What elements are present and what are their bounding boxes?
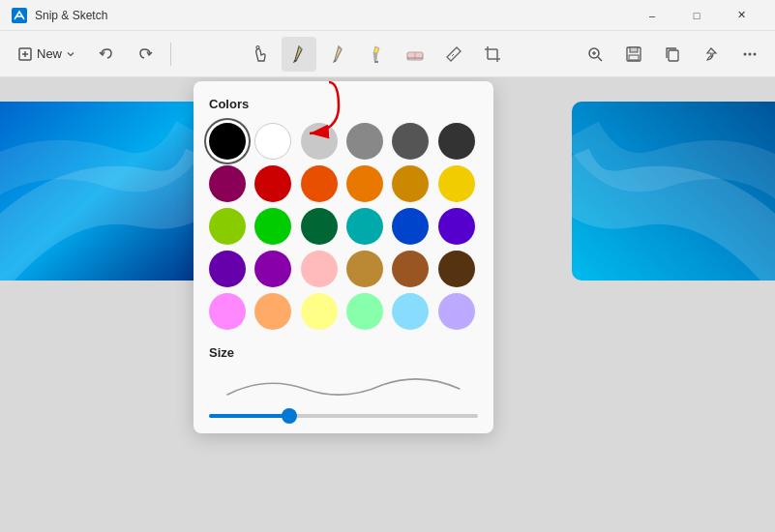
colors-title: Colors	[209, 97, 478, 111]
app-icon	[12, 8, 27, 23]
close-button[interactable]: ✕	[719, 0, 763, 31]
title-bar: Snip & Sketch – □ ✕	[0, 0, 775, 31]
new-button[interactable]: New	[8, 41, 85, 68]
toolbar-center-tools	[179, 37, 574, 72]
color-swatch-dark-yellow[interactable]	[392, 165, 429, 202]
wallpaper-right	[572, 102, 775, 281]
size-title: Size	[209, 345, 478, 360]
new-label: New	[37, 46, 62, 61]
redo-icon	[136, 45, 154, 63]
save-button[interactable]	[616, 37, 651, 72]
color-swatch-brown[interactable]	[346, 251, 383, 287]
ballpoint-pen-button[interactable]	[282, 37, 316, 72]
more-icon	[741, 45, 759, 63]
eraser-icon	[404, 44, 426, 65]
color-swatch-teal[interactable]	[346, 208, 383, 245]
color-swatch-yellow[interactable]	[438, 165, 475, 202]
color-swatch-yellow-green[interactable]	[209, 208, 246, 245]
svg-line-11	[452, 54, 454, 56]
crop-icon	[482, 44, 503, 65]
color-swatch-blue[interactable]	[392, 208, 429, 245]
color-swatch-light-pink[interactable]	[301, 251, 338, 287]
color-swatch-green[interactable]	[254, 208, 291, 245]
color-swatch-light-blue[interactable]	[392, 293, 429, 330]
new-icon	[17, 46, 33, 62]
share-button[interactable]	[694, 37, 729, 72]
color-swatch-dark-brown[interactable]	[392, 251, 429, 287]
new-chevron-icon	[66, 49, 75, 59]
crop-button[interactable]	[475, 37, 510, 72]
color-grid	[209, 123, 478, 330]
svg-rect-25	[669, 50, 678, 61]
wallpaper-left	[0, 102, 203, 281]
color-swatch-dark-green[interactable]	[301, 208, 338, 245]
app-title: Snip & Sketch	[35, 9, 107, 22]
slider-container	[209, 414, 478, 418]
color-swatch-red[interactable]	[254, 165, 291, 202]
color-swatch-pink[interactable]	[209, 293, 246, 330]
save-icon	[625, 45, 642, 63]
undo-icon	[98, 45, 115, 63]
ballpoint-pen-icon	[288, 44, 310, 65]
touch-icon	[250, 44, 271, 65]
copy-icon	[664, 45, 681, 63]
minimize-button[interactable]: –	[630, 0, 674, 31]
color-picker-popup: Colors Size	[194, 81, 493, 433]
canvas-area: Colors Size	[0, 77, 775, 532]
color-swatch-gray[interactable]	[346, 123, 383, 160]
color-swatch-light-yellow[interactable]	[301, 293, 338, 330]
color-swatch-dark-purple[interactable]	[209, 251, 246, 287]
highlighter-icon	[366, 44, 387, 65]
svg-point-4	[256, 45, 259, 48]
svg-point-28	[754, 52, 757, 55]
color-swatch-light-orange[interactable]	[254, 293, 291, 330]
undo-button[interactable]	[89, 37, 124, 72]
size-slider-thumb[interactable]	[282, 408, 297, 424]
svg-line-13	[454, 56, 456, 58]
eraser-button[interactable]	[398, 37, 432, 72]
color-swatch-violet[interactable]	[254, 251, 291, 287]
title-bar-left: Snip & Sketch	[12, 8, 107, 23]
svg-rect-24	[629, 55, 639, 60]
zoom-in-icon	[586, 45, 604, 63]
color-swatch-light-gray[interactable]	[301, 123, 338, 160]
svg-rect-23	[630, 47, 638, 52]
color-swatch-black[interactable]	[209, 123, 246, 160]
more-button[interactable]	[732, 37, 767, 72]
color-swatch-darkest-brown[interactable]	[438, 251, 475, 287]
color-swatch-lavender[interactable]	[438, 293, 475, 330]
svg-point-26	[744, 52, 747, 55]
svg-line-12	[450, 52, 452, 54]
svg-rect-0	[12, 8, 27, 23]
size-slider-fill	[209, 414, 289, 418]
svg-line-19	[598, 57, 602, 61]
size-slider-track[interactable]	[209, 414, 478, 418]
title-bar-controls: – □ ✕	[630, 0, 763, 31]
color-swatch-dark-magenta[interactable]	[209, 165, 246, 202]
color-swatch-dark-orange[interactable]	[301, 165, 338, 202]
color-swatch-purple[interactable]	[438, 208, 475, 245]
redo-button[interactable]	[128, 37, 163, 72]
maximize-button[interactable]: □	[674, 0, 719, 31]
color-swatch-white[interactable]	[254, 123, 291, 160]
pencil-button[interactable]	[320, 37, 355, 72]
pencil-icon	[327, 44, 348, 65]
zoom-in-button[interactable]	[578, 37, 612, 72]
toolbar-divider	[170, 43, 171, 66]
color-swatch-light-green[interactable]	[346, 293, 383, 330]
highlighter-button[interactable]	[359, 37, 394, 72]
svg-point-27	[749, 52, 752, 55]
toolbar-right-tools	[578, 37, 767, 72]
svg-rect-7	[374, 61, 378, 63]
color-swatch-darker-gray[interactable]	[438, 123, 475, 160]
size-preview	[209, 368, 478, 406]
color-swatch-dark-gray[interactable]	[392, 123, 429, 160]
ruler-button[interactable]	[436, 37, 471, 72]
toolbar: New	[0, 31, 775, 77]
ruler-icon	[443, 44, 464, 65]
color-swatch-orange[interactable]	[346, 165, 383, 202]
touch-tool-button[interactable]	[243, 37, 278, 72]
share-icon	[702, 45, 720, 63]
copy-button[interactable]	[655, 37, 690, 72]
